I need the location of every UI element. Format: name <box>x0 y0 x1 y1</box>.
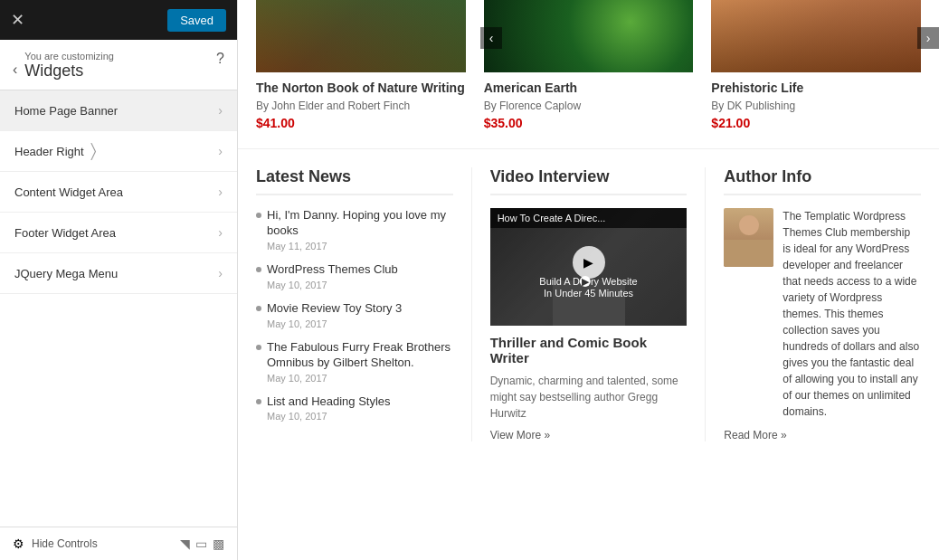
news-item-title[interactable]: The Fabulous Furry Freak Brothers Omnibu… <box>267 340 453 371</box>
author-info-title: Author Info <box>724 167 921 195</box>
bottom-bar: ⚙ Hide Controls ◥ ▭ ▩ <box>0 527 237 560</box>
sidebar-item-header-right[interactable]: Header Right 〉 › <box>0 131 237 172</box>
customizing-text-block: You are customizing Widgets <box>24 51 216 81</box>
news-item-date: May 10, 2017 <box>267 373 453 384</box>
sidebar-item-footer-widget-area[interactable]: Footer Widget Area › <box>0 213 237 253</box>
chevron-right-icon: › <box>218 185 223 199</box>
news-bullet-icon <box>256 267 261 272</box>
book-price: $21.00 <box>711 116 921 130</box>
news-content: Hi, I'm Danny. Hoping you love my books … <box>267 208 453 252</box>
sidebar-item-home-page-banner[interactable]: Home Page Banner › <box>0 90 237 131</box>
author-bio-text: The Templatic Wordpress Themes Club memb… <box>782 208 921 420</box>
chevron-right-icon: › <box>218 225 223 240</box>
book-price: $35.00 <box>484 116 694 130</box>
book-price: $41.00 <box>256 116 466 130</box>
video-description: Dynamic, charming and talented, some mig… <box>490 373 688 422</box>
sidebar-item-content-widget-area[interactable]: Content Widget Area › <box>0 172 237 213</box>
news-item-title[interactable]: Hi, I'm Danny. Hoping you love my books <box>267 208 453 239</box>
books-prev-arrow[interactable]: ‹ <box>480 27 502 49</box>
news-item-date: May 10, 2017 <box>267 411 391 422</box>
sidebar-item-label: JQuery Mega Menu <box>14 267 118 280</box>
sidebar-item-jquery-mega-menu[interactable]: JQuery Mega Menu › <box>0 253 237 294</box>
desktop-view-icon[interactable]: ◥ <box>180 536 190 551</box>
author-avatar <box>724 208 773 267</box>
sidebar-item-label: Header Right <box>14 145 84 158</box>
book-title: American Earth <box>484 80 694 96</box>
top-bar: ✕ Saved <box>0 0 237 40</box>
latest-news-column: Latest News Hi, I'm Danny. Hoping you lo… <box>256 167 472 441</box>
gear-icon: ⚙ <box>13 536 24 551</box>
video-subtitle: Build A D▶ry Website In Under 45 Minutes <box>539 276 637 299</box>
video-interview-title: Video Interview <box>490 167 688 195</box>
news-item-date: May 10, 2017 <box>267 318 402 329</box>
video-overlay: How To Create A Direc... ▶ Build A D▶ry … <box>490 208 688 326</box>
tablet-view-icon[interactable]: ▭ <box>195 536 207 551</box>
video-interview-column: Video Interview How To Create A Direc...… <box>472 167 707 441</box>
video-title-bar: How To Create A Direc... <box>490 208 688 228</box>
news-bullet-icon <box>256 306 261 311</box>
news-item-title[interactable]: WordPress Themes Club <box>267 262 398 278</box>
latest-news-title: Latest News <box>256 167 453 195</box>
chevron-right-icon: › <box>218 144 223 158</box>
news-item: Movie Review Toy Story 3 May 10, 2017 <box>256 301 453 329</box>
chevron-right-icon: › <box>218 266 223 280</box>
news-content: WordPress Themes Club May 10, 2017 <box>267 262 398 290</box>
hide-controls-button[interactable]: Hide Controls <box>32 537 98 550</box>
news-bullet-icon <box>256 399 261 404</box>
sidebar-item-label: Home Page Banner <box>14 104 118 118</box>
news-item: WordPress Themes Club May 10, 2017 <box>256 262 453 290</box>
video-subtitle-line2: In Under 45 Minutes <box>539 288 637 299</box>
nav-list: Home Page Banner › Header Right 〉 › Cont… <box>0 90 237 294</box>
author-info-column: Author Info The Templatic Wordpress Them… <box>706 167 921 441</box>
customizing-info: ‹ You are customizing Widgets ? <box>0 40 237 90</box>
news-item-date: May 10, 2017 <box>267 280 398 290</box>
book-cover-1 <box>256 0 466 72</box>
video-play-button[interactable]: ▶ <box>573 246 605 279</box>
video-thumbnail[interactable]: How To Create A Direc... ▶ Build A D▶ry … <box>490 208 688 326</box>
news-content: Movie Review Toy Story 3 May 10, 2017 <box>267 301 402 329</box>
news-content: List and Heading Styles May 10, 2017 <box>267 394 391 422</box>
news-item: The Fabulous Furry Freak Brothers Omnibu… <box>256 340 453 384</box>
book-cover-2 <box>484 0 694 72</box>
book-title: The Norton Book of Nature Writing <box>256 80 466 96</box>
news-item-date: May 11, 2017 <box>267 241 453 252</box>
author-header: The Templatic Wordpress Themes Club memb… <box>724 208 921 420</box>
book-item: American Earth By Florence Caplow $35.00 <box>484 0 694 130</box>
help-button[interactable]: ? <box>216 51 224 67</box>
right-content: ‹ The Norton Book of Nature Writing By J… <box>238 0 939 560</box>
read-more-link[interactable]: Read More » <box>724 429 921 441</box>
book-author: By DK Publishing <box>711 100 921 112</box>
book-author: By John Elder and Robert Finch <box>256 100 466 112</box>
book-title: Prehistoric Life <box>711 80 921 96</box>
news-item: Hi, I'm Danny. Hoping you love my books … <box>256 208 453 252</box>
view-icons: ◥ ▭ ▩ <box>180 536 224 551</box>
close-button[interactable]: ✕ <box>11 12 24 28</box>
three-columns-section: Latest News Hi, I'm Danny. Hoping you lo… <box>238 149 939 460</box>
news-item: List and Heading Styles May 10, 2017 <box>256 394 453 422</box>
news-list: Hi, I'm Danny. Hoping you love my books … <box>256 208 453 422</box>
book-cover-3 <box>711 0 921 72</box>
widgets-title: Widgets <box>24 62 216 81</box>
saved-button[interactable]: Saved <box>167 9 226 32</box>
news-bullet-icon <box>256 345 261 350</box>
news-item-title[interactable]: Movie Review Toy Story 3 <box>267 301 402 317</box>
books-row: ‹ The Norton Book of Nature Writing By J… <box>238 0 939 149</box>
left-panel: ✕ Saved ‹ You are customizing Widgets ? … <box>0 0 238 560</box>
video-subtitle-line1: Build A D▶ry Website <box>539 276 637 288</box>
view-more-link[interactable]: View More » <box>490 429 688 441</box>
book-item: Prehistoric Life By DK Publishing $21.00 <box>711 0 921 130</box>
chevron-right-icon: › <box>218 103 223 118</box>
back-arrow[interactable]: ‹ <box>13 62 17 78</box>
cursor-icon: 〉 <box>90 140 97 161</box>
mobile-view-icon[interactable]: ▩ <box>213 536 224 551</box>
news-content: The Fabulous Furry Freak Brothers Omnibu… <box>267 340 453 384</box>
news-item-title[interactable]: List and Heading Styles <box>267 394 391 410</box>
you-are-label: You are customizing <box>24 51 216 62</box>
news-bullet-icon <box>256 213 261 218</box>
sidebar-item-label: Content Widget Area <box>14 185 123 199</box>
book-author: By Florence Caplow <box>484 100 694 112</box>
book-item: The Norton Book of Nature Writing By Joh… <box>256 0 466 130</box>
video-interview-subject-title: Thriller and Comic Book Writer <box>490 335 688 365</box>
books-next-arrow[interactable]: › <box>917 27 939 49</box>
sidebar-item-label: Footer Widget Area <box>14 226 116 240</box>
